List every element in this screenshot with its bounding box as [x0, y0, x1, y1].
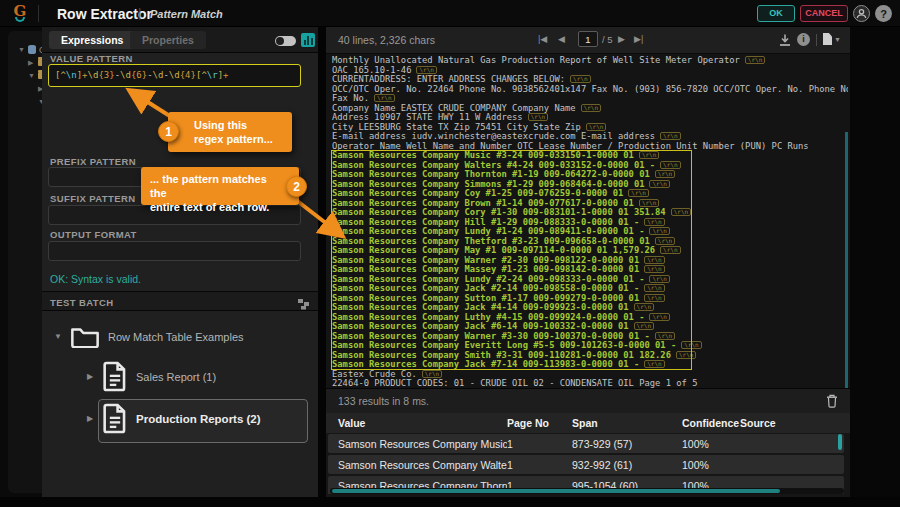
background-tree: ▼O▶▼▶▼▼	[8, 31, 42, 493]
doc-line: Monthly Unallocated Natural Gas Producti…	[332, 56, 848, 66]
app-logo[interactable]: G	[7, 1, 33, 26]
crlf-badge: \r\n	[644, 360, 664, 368]
help-button[interactable]: ?	[875, 5, 892, 22]
download-button[interactable]	[778, 33, 792, 51]
column-header-page-no[interactable]: Page No	[507, 417, 572, 429]
preview-toggle[interactable]	[275, 36, 296, 46]
column-header-value[interactable]: Value	[338, 417, 507, 429]
first-page-button[interactable]: |◀	[538, 34, 547, 44]
document-view[interactable]: Monthly Unallocated Natural Gas Producti…	[326, 54, 850, 388]
doc-line-text: Samson Resources Company Jack #6-14 009-…	[332, 322, 629, 331]
column-header-span[interactable]: Span	[572, 417, 682, 429]
results-table-header: Value Page No Span Confidence Source	[326, 413, 850, 433]
result-cell-page: 1	[507, 459, 572, 471]
doc-line-match: Samson Resources Company Simmons #1-29 0…	[332, 180, 848, 190]
doc-line-match: Samson Resources Company Jack #7-14 009-…	[332, 360, 848, 370]
callout-2-text-line1: ... the pattern matches the	[150, 172, 277, 200]
background-tree-row[interactable]: ▶	[8, 56, 42, 69]
page-number-input[interactable]: 1	[578, 31, 598, 47]
crlf-badge: \r\n	[655, 332, 675, 340]
doc-line-text: Samson Resources Company Music #3-24 009…	[332, 151, 634, 160]
value-pattern-input[interactable]: [^\n]+\d{3}-\d{6}-\d-\d{4}[^\r]+	[48, 64, 301, 87]
result-cell-confidence: 100%	[682, 438, 740, 450]
doc-line-text: Samson Resources Company Jack #4-14 009-…	[332, 303, 629, 312]
tree-item-production-reports[interactable]: ▶ Production Reports (2)	[86, 403, 261, 434]
doc-line-text: Samson Resources Company Simmons #1-29 0…	[332, 180, 644, 189]
person-icon	[856, 8, 867, 19]
regex-token: \r	[207, 70, 218, 80]
row-extractor-window: G Row Extractor | Pattern Match OK CANCE…	[0, 0, 900, 507]
page-view-select-button[interactable]: ▼	[823, 33, 841, 45]
tree-folder-row[interactable]: ▼ Row Match Table Examples	[54, 325, 244, 348]
doc-line-text: Samson Resources Company Jack #2-14 009-…	[332, 284, 639, 293]
background-tree-row[interactable]: ▶	[8, 82, 42, 95]
background-tree-row[interactable]: ▼	[8, 95, 42, 108]
doc-line-text: E-mail address iudv.winchester@eastexcru…	[332, 132, 655, 141]
column-header-confidence[interactable]: Confidence	[682, 417, 740, 429]
page-icon	[823, 33, 832, 45]
tab-properties[interactable]: Properties	[130, 31, 206, 49]
result-row[interactable]: Samson Resources Company Walters #4-2...…	[328, 455, 844, 474]
crlf-badge: \r\n	[628, 189, 648, 197]
syntax-status: OK: Syntax is valid.	[50, 273, 141, 285]
document-icon	[102, 361, 128, 392]
toolbar-divider	[816, 34, 817, 46]
expand-arrow-icon[interactable]: ▶	[86, 372, 94, 381]
user-avatar[interactable]	[853, 5, 870, 22]
prev-page-button[interactable]: ◀	[558, 34, 565, 44]
results-horizontal-scrollbar[interactable]	[332, 489, 780, 493]
tree-item-sales-report[interactable]: ▶ Sales Report (1)	[86, 361, 216, 392]
crlf-badge: \r\n	[649, 275, 669, 283]
info-button[interactable]: i	[797, 33, 810, 46]
doc-line-text: Eastex Crude Co.	[332, 370, 417, 379]
crlf-badge: \r\n	[416, 66, 436, 74]
last-page-button[interactable]: ▶|	[634, 34, 643, 44]
doc-line-match: Samson Resources Company Hill #1-29 009-…	[332, 218, 848, 228]
crlf-badge: \r\n	[649, 227, 669, 235]
tree-arrow-icon: ▼	[18, 46, 25, 53]
logo-chevron-icon	[15, 17, 25, 22]
callout-2: ... the pattern matches the entire text …	[141, 167, 299, 205]
document-icon	[102, 403, 128, 434]
crlf-badge: \r\n	[586, 123, 606, 131]
collapse-arrow-icon[interactable]: ▼	[54, 332, 62, 341]
background-tree-row[interactable]: ▼	[8, 108, 42, 121]
regex-token: +	[223, 70, 228, 80]
expand-arrow-icon[interactable]: ▶	[86, 414, 94, 423]
next-page-button[interactable]: ▶	[618, 34, 625, 44]
result-row[interactable]: Samson Resources Company Music #3-24 ...…	[328, 434, 844, 453]
document-toolbar: 40 lines, 2,326 chars |◀ ◀ 1 / 5 ▶ ▶| i …	[326, 27, 850, 54]
crlf-badge: \r\n	[649, 313, 669, 321]
document-panel: 40 lines, 2,326 chars |◀ ◀ 1 / 5 ▶ ▶| i …	[326, 27, 850, 497]
ok-button[interactable]: OK	[757, 5, 795, 22]
doc-line-match: Samson Resources Company Everitt Long #5…	[332, 341, 848, 351]
crlf-badge: \r\n	[644, 256, 664, 264]
crlf-badge: \r\n	[639, 151, 659, 159]
regex-token: \d	[88, 70, 99, 80]
tab-expressions[interactable]: Expressions	[49, 31, 135, 49]
diagnostics-chart-button[interactable]	[301, 33, 315, 47]
doc-line-text: City LEESBURG State TX Zip 75451 City St…	[332, 123, 581, 132]
output-format-input[interactable]	[48, 241, 301, 261]
background-tree-row[interactable]: ▼O	[8, 43, 42, 56]
results-vertical-scrollbar[interactable]	[838, 434, 842, 450]
results-horizontal-scrollbar-track[interactable]	[330, 488, 844, 494]
callout-1-number: 1	[158, 121, 179, 142]
tree-arrow-icon: ▶	[28, 59, 35, 67]
column-header-source[interactable]: Source	[740, 417, 850, 429]
background-tree-row[interactable]: ▼	[8, 69, 42, 82]
crlf-badge: \r\n	[655, 237, 675, 245]
result-cell-span: 932-992 (61)	[572, 459, 682, 471]
regex-token: [^	[55, 70, 66, 80]
page-count-label: / 5	[602, 34, 613, 45]
panel-divider	[318, 27, 326, 497]
expressions-panel: Expressions Properties VALUE PATTERN [^\…	[42, 27, 318, 497]
regex-token: {6}	[131, 70, 147, 80]
doc-line-text: 22464-0 PRODUCT CODES: 01 - CRUDE OIL 02…	[332, 379, 697, 388]
cancel-button[interactable]: CANCEL	[800, 5, 848, 22]
clear-results-button[interactable]	[826, 394, 838, 412]
doc-line-text: Samson Resources Company Luthy #4-15 009…	[332, 313, 644, 322]
tree-item-label: Production Reports (2)	[136, 413, 261, 425]
callout-2-number: 2	[286, 176, 307, 197]
document-vertical-scrollbar[interactable]	[845, 132, 848, 388]
